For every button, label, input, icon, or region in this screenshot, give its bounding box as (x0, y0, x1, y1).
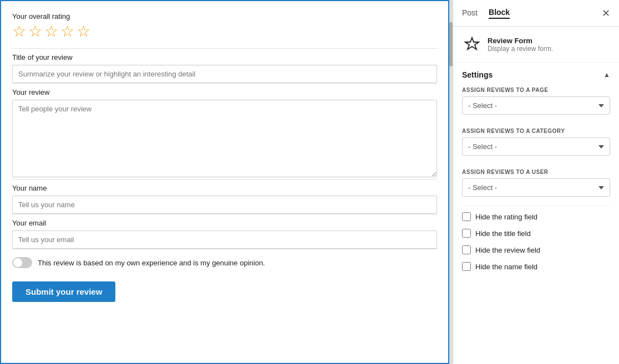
block-subtitle: Display a review form. (488, 45, 553, 53)
settings-title: Settings (462, 70, 493, 79)
assign-category-label: ASSIGN REVIEWS TO A CATEGORY (462, 128, 610, 134)
star-4[interactable]: ☆ (60, 24, 74, 39)
block-info: Review Form Display a review form. (488, 37, 553, 53)
assign-page-label: ASSIGN REVIEWS TO A PAGE (462, 87, 610, 93)
toggle-row: This review is based on my own experienc… (12, 249, 437, 274)
rating-label: Your overall rating (12, 12, 437, 20)
hide-title-checkbox[interactable] (462, 229, 471, 238)
title-label: Title of your review (12, 48, 437, 65)
hide-name-label: Hide the name field (475, 263, 537, 271)
submit-button[interactable]: Submit your review (12, 281, 115, 302)
hide-review-label: Hide the review field (475, 246, 540, 254)
block-header: Review Form Display a review form. (453, 27, 619, 63)
hide-rating-row: Hide the rating field (462, 208, 610, 225)
right-panel: Post Block ✕ Review Form Display a revie… (453, 0, 619, 364)
title-input[interactable] (12, 65, 437, 83)
scroll-thumb[interactable] (449, 22, 453, 66)
star-5[interactable]: ☆ (77, 24, 90, 39)
hide-name-row: Hide the name field (462, 258, 610, 275)
stars-container[interactable]: ☆ ☆ ☆ ☆ ☆ (12, 24, 437, 39)
review-label: Your review (12, 83, 437, 100)
hide-name-checkbox[interactable] (462, 262, 471, 271)
hide-title-label: Hide the title field (475, 229, 531, 238)
star-2[interactable]: ☆ (28, 24, 42, 39)
block-title: Review Form (488, 37, 553, 45)
opinion-toggle[interactable] (12, 257, 32, 268)
email-label: Your email (12, 214, 437, 230)
hide-title-row: Hide the title field (462, 225, 610, 242)
email-field-group: Your email (12, 214, 437, 249)
block-icon (462, 34, 482, 54)
title-field-group: Title of your review (12, 48, 437, 83)
hide-rating-label: Hide the rating field (475, 213, 537, 221)
name-input[interactable] (12, 196, 437, 214)
review-textarea[interactable] (12, 100, 437, 177)
close-button[interactable]: ✕ (602, 8, 610, 18)
hide-review-row: Hide the review field (462, 242, 610, 258)
rating-section: Your overall rating ☆ ☆ ☆ ☆ ☆ (12, 12, 437, 39)
panel-tabs: Post Block ✕ (453, 0, 619, 27)
assign-page-select[interactable]: - Select - (462, 96, 610, 115)
tab-block[interactable]: Block (489, 8, 510, 19)
tabs-list: Post Block (462, 8, 510, 19)
assign-user-select[interactable]: - Select - (462, 178, 610, 197)
chevron-up-icon[interactable]: ▲ (603, 71, 610, 79)
divider (462, 206, 610, 206)
settings-section: Settings ▲ ASSIGN REVIEWS TO A PAGE - Se… (453, 63, 619, 283)
hide-review-checkbox[interactable] (462, 245, 471, 254)
settings-header: Settings ▲ (462, 70, 610, 79)
email-input[interactable] (12, 230, 437, 249)
star-3[interactable]: ☆ (44, 24, 58, 39)
toggle-label: This review is based on my own experienc… (38, 259, 265, 267)
review-form-panel: Your overall rating ☆ ☆ ☆ ☆ ☆ Title of y… (0, 0, 449, 364)
scrollbar[interactable] (449, 0, 453, 364)
star-1[interactable]: ☆ (12, 24, 26, 39)
tab-post[interactable]: Post (462, 8, 478, 18)
assign-user-label: ASSIGN REVIEWS TO A USER (462, 169, 610, 175)
svg-marker-0 (465, 38, 479, 49)
name-field-group: Your name (12, 179, 437, 214)
name-label: Your name (12, 179, 437, 196)
hide-rating-checkbox[interactable] (462, 212, 471, 221)
review-field-group: Your review (12, 83, 437, 179)
assign-category-select[interactable]: - Select - (462, 137, 610, 156)
